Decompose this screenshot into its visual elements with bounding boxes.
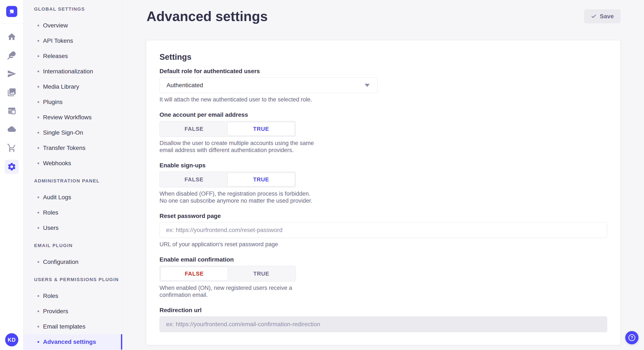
bullet-icon bbox=[38, 117, 39, 118]
sidebar-item-audit-logs[interactable]: Audit Logs bbox=[24, 190, 122, 205]
rail-divider bbox=[0, 23, 24, 23]
sidebar-section-users-permissions-plugin: Users & Permissions plugin Roles Provide… bbox=[24, 277, 122, 350]
email-confirmation-false-option[interactable]: FALSE bbox=[160, 267, 228, 280]
page-header: Advanced settings Save bbox=[122, 0, 644, 23]
sidebar-item-label: Users bbox=[43, 224, 58, 231]
sidebar-item-label: Media Library bbox=[43, 83, 79, 90]
sidebar-section-global-settings: Global Settings Overview API Tokens Rele… bbox=[24, 6, 122, 171]
sidebar-item-label: Advanced settings bbox=[43, 339, 96, 345]
sidebar-item-label: Overview bbox=[43, 22, 68, 29]
save-button-label: Save bbox=[600, 13, 614, 20]
bullet-icon bbox=[38, 227, 39, 229]
sidebar-item-label: API Tokens bbox=[43, 37, 73, 44]
sidebar-item-admin-users[interactable]: Users bbox=[24, 220, 122, 236]
sidebar-item-overview[interactable]: Overview bbox=[24, 18, 122, 33]
cloud-icon[interactable] bbox=[6, 124, 17, 134]
save-button[interactable]: Save bbox=[584, 9, 620, 23]
page-title: Advanced settings bbox=[146, 9, 268, 23]
field-enable-email-confirmation: Enable email confirmation FALSE TRUE Whe… bbox=[160, 256, 607, 299]
enable-sign-ups-false-option[interactable]: FALSE bbox=[160, 173, 228, 186]
home-icon[interactable] bbox=[6, 32, 17, 42]
settings-gear-icon[interactable] bbox=[5, 160, 19, 174]
sidebar-item-single-sign-on[interactable]: Single Sign-On bbox=[24, 125, 122, 140]
field-reset-password-page: Reset password page URL of your applicat… bbox=[160, 212, 607, 248]
field-one-account-per-email: One account per email address FALSE TRUE… bbox=[160, 111, 607, 154]
default-role-hint: It will attach the new authenticated use… bbox=[160, 96, 607, 103]
email-confirmation-label: Enable email confirmation bbox=[160, 256, 607, 263]
email-confirmation-hint: When enabled (ON), new registered users … bbox=[160, 285, 319, 299]
chevron-down-icon bbox=[364, 84, 370, 87]
sidebar-item-releases[interactable]: Releases bbox=[24, 48, 122, 64]
bullet-icon bbox=[38, 147, 39, 149]
help-button[interactable]: ? bbox=[625, 331, 638, 344]
section-title-administration-panel: Administration Panel bbox=[24, 178, 122, 184]
sidebar-item-label: Webhooks bbox=[43, 160, 71, 167]
sidebar-item-label: Roles bbox=[43, 209, 58, 216]
layout-icon[interactable] bbox=[6, 106, 17, 116]
redirection-url-label: Redirection url bbox=[160, 307, 607, 314]
check-icon bbox=[591, 14, 596, 19]
sidebar-item-label: Providers bbox=[43, 308, 68, 315]
one-account-false-option[interactable]: FALSE bbox=[160, 122, 228, 136]
email-confirmation-toggle: FALSE TRUE bbox=[160, 266, 296, 282]
sidebar-item-transfer-tokens[interactable]: Transfer Tokens bbox=[24, 140, 122, 156]
sidebar-item-label: Roles bbox=[43, 293, 58, 299]
bullet-icon bbox=[38, 212, 39, 213]
sidebar-item-up-roles[interactable]: Roles bbox=[24, 288, 122, 304]
settings-section-title: Settings bbox=[160, 52, 607, 62]
bullet-icon bbox=[38, 55, 39, 57]
one-account-true-option[interactable]: TRUE bbox=[228, 122, 295, 136]
sidebar-item-email-templates[interactable]: Email templates bbox=[24, 319, 122, 334]
sidebar-item-label: Email templates bbox=[43, 323, 86, 330]
bullet-icon bbox=[38, 326, 39, 328]
sidebar-item-plugins[interactable]: Plugins bbox=[24, 94, 122, 110]
default-role-selected-value: Authenticated bbox=[166, 82, 203, 89]
question-mark-icon: ? bbox=[628, 334, 635, 341]
sidebar-section-email-plugin: Email Plugin Configuration bbox=[24, 243, 122, 270]
sidebar-section-administration-panel: Administration Panel Audit Logs Roles Us… bbox=[24, 178, 122, 236]
cart-icon[interactable] bbox=[6, 143, 17, 153]
bullet-icon bbox=[38, 132, 39, 134]
send-icon[interactable] bbox=[6, 69, 17, 79]
sidebar-item-internationalization[interactable]: Internationalization bbox=[24, 64, 122, 79]
media-library-icon[interactable] bbox=[6, 87, 17, 97]
sidebar-item-media-library[interactable]: Media Library bbox=[24, 79, 122, 94]
enable-sign-ups-true-option[interactable]: TRUE bbox=[228, 173, 295, 186]
feather-icon[interactable] bbox=[6, 50, 17, 60]
settings-card: Settings Default role for authenticated … bbox=[146, 40, 620, 345]
sidebar-item-review-workflows[interactable]: Review Workflows bbox=[24, 110, 122, 125]
one-account-toggle: FALSE TRUE bbox=[160, 121, 296, 137]
sidebar-item-label: Configuration bbox=[43, 259, 78, 265]
sidebar-item-email-configuration[interactable]: Configuration bbox=[24, 254, 122, 270]
bullet-icon bbox=[38, 311, 39, 312]
field-enable-sign-ups: Enable sign-ups FALSE TRUE When disabled… bbox=[160, 162, 607, 204]
reset-password-input[interactable] bbox=[160, 222, 607, 238]
sidebar-item-providers[interactable]: Providers bbox=[24, 304, 122, 319]
email-confirmation-true-option[interactable]: TRUE bbox=[228, 267, 295, 280]
enable-sign-ups-hint: When disabled (OFF), the registration pr… bbox=[160, 190, 319, 204]
sidebar-item-advanced-settings[interactable]: Advanced settings bbox=[24, 334, 122, 350]
sidebar-item-admin-roles[interactable]: Roles bbox=[24, 205, 122, 220]
strapi-logo[interactable] bbox=[6, 6, 17, 17]
bullet-icon bbox=[38, 341, 39, 343]
section-title-users-permissions-plugin: Users & Permissions plugin bbox=[24, 277, 122, 282]
bullet-icon bbox=[38, 196, 39, 198]
reset-password-hint: URL of your application's reset password… bbox=[160, 241, 607, 248]
one-account-label: One account per email address bbox=[160, 111, 607, 118]
default-role-label: Default role for authenticated users bbox=[160, 68, 607, 75]
reset-password-label: Reset password page bbox=[160, 212, 607, 220]
bullet-icon bbox=[38, 40, 39, 42]
field-default-role: Default role for authenticated users Aut… bbox=[160, 68, 607, 103]
main-content: Advanced settings Save Settings Default … bbox=[122, 0, 644, 350]
user-avatar[interactable]: KD bbox=[5, 333, 18, 347]
nav-rail: KD bbox=[0, 0, 24, 350]
bullet-icon bbox=[38, 163, 39, 164]
sidebar-item-webhooks[interactable]: Webhooks bbox=[24, 156, 122, 171]
enable-sign-ups-label: Enable sign-ups bbox=[160, 162, 607, 169]
sidebar-item-api-tokens[interactable]: API Tokens bbox=[24, 33, 122, 48]
settings-sidebar: Global Settings Overview API Tokens Rele… bbox=[24, 0, 122, 350]
section-title-email-plugin: Email Plugin bbox=[24, 243, 122, 248]
default-role-select[interactable]: Authenticated bbox=[160, 77, 378, 93]
bullet-icon bbox=[38, 86, 39, 88]
bullet-icon bbox=[38, 25, 39, 26]
